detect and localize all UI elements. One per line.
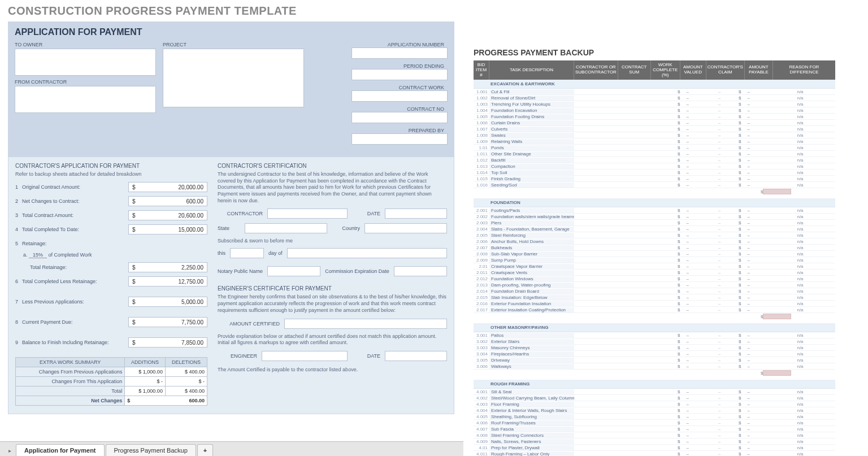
period-ending-label: PERIOD ENDING (374, 63, 448, 69)
table-row: 2.008Sub-Slab Vapor Barrier$ ––$ –n/a (474, 251, 835, 257)
from-contractor-label: FROM CONTRACTOR (15, 79, 156, 85)
to-owner-input[interactable] (15, 49, 156, 76)
table-row: 2.012Foundation Windows$ ––$ –n/a (474, 276, 835, 282)
to-owner-label: TO OWNER (15, 42, 156, 47)
retainage-pct-line: a. 15% of Completed Work (23, 252, 207, 258)
tab-application-for-payment[interactable]: Application for Payment (16, 444, 105, 456)
backup-table-header: BID ITEM # TASK DESCRIPTION CONTRACTOR O… (474, 60, 835, 80)
amount-line: 8Current Payment Due:$7,750.00 (15, 316, 207, 328)
table-row: 1.002Removal of Stone/Dirt$ ––$ –n/a (474, 95, 835, 101)
engineer-sig-input[interactable] (262, 351, 348, 361)
country-input[interactable] (364, 223, 447, 233)
amount-value-cell[interactable]: $600.00 (128, 196, 207, 206)
table-row: 4.001Sill & Seal$ ––$ –n/a (474, 389, 835, 395)
table-row: 4.005Sheathing, Subflooring$ ––$ –n/a (474, 414, 835, 420)
prepared-by-input[interactable] (351, 133, 448, 145)
amount-certified-input[interactable] (284, 319, 447, 329)
amount-line: 5Retainage: (15, 238, 207, 249)
amount-line: 7Less Previous Applications:$5,000.00 (15, 296, 207, 307)
group-subtotal: $ (474, 188, 835, 195)
dayof-input[interactable] (287, 248, 447, 258)
amount-certified-note: Provide explanation below or attached if… (218, 333, 447, 346)
dayof-label: day of (268, 250, 283, 256)
project-input[interactable] (163, 49, 304, 107)
eng-date-label: DATE (352, 353, 380, 359)
notary-label: Notary Public Name (218, 268, 263, 274)
amount-value-cell[interactable]: $15,000.00 (128, 224, 207, 234)
commission-input[interactable] (394, 266, 447, 276)
amount-line: 1Original Contract Amount:$20,000.00 (15, 181, 207, 193)
state-input[interactable] (245, 223, 327, 233)
contract-no-input[interactable] (351, 112, 448, 123)
table-row: 1.008Swales$ ––$ –n/a (474, 132, 835, 138)
amount-line: 4Total Completed To Date:$15,000.00 (15, 224, 207, 235)
table-row: 2.004Slabs - Foundation, Basement, Garag… (474, 226, 835, 232)
table-row: 4.01Prep for Plaster, Drywall$ ––$ –n/a (474, 445, 835, 451)
table-row: 3.006Walkways$ ––$ –n/a (474, 363, 835, 370)
tab-progress-payment-backup[interactable]: Progress Payment Backup (106, 444, 196, 456)
amount-value-cell[interactable]: $7,750.00 (128, 317, 207, 327)
table-row: 2.015Slab Insulation: Edge/Below$ ––$ –n… (474, 294, 835, 301)
table-row: 2.005Steel Reinforcing$ ––$ –n/a (474, 232, 835, 238)
table-row: 1.001Cut & Fill$ ––$ –n/a (474, 89, 835, 95)
table-row: 2.006Anchor Bolts, Hold Downs$ ––$ –n/a (474, 238, 835, 245)
amount-value-cell[interactable]: $2,250.00 (128, 262, 207, 272)
period-ending-input[interactable] (351, 69, 448, 80)
table-row: 1.011Other Site Drainage$ ––$ –n/a (474, 151, 835, 157)
table-row: 4.011Rough Framing – Labor Only$ ––$ –n/… (474, 451, 835, 456)
amount-value-cell[interactable]: $20,600.00 (128, 210, 207, 220)
commission-label: Commission Expiration Date (325, 268, 389, 274)
table-row: 4.008Steel Framing Connectors$ ––$ –n/a (474, 432, 835, 438)
tab-scroll-right-icon[interactable]: ▸ (3, 445, 16, 456)
eng-date-input[interactable] (385, 351, 447, 361)
group-header: FOUNDATION (474, 198, 835, 207)
group-header: ROUGH FRAMING (474, 380, 835, 389)
table-row: Changes From Previous Applications$ 1,00… (16, 367, 207, 377)
table-row: 2.011Crawlspace Vents$ ––$ –n/a (474, 270, 835, 276)
application-title: APPLICATION FOR PAYMENT (15, 27, 448, 37)
table-row: Total$ 1,000.00$ 400.00 (16, 386, 207, 396)
application-for-payment-panel: APPLICATION FOR PAYMENT TO OWNER FROM CO… (8, 21, 454, 414)
table-row: 1.012Backfill$ ––$ –n/a (474, 157, 835, 163)
amount-value-cell[interactable]: $5,000.00 (128, 297, 207, 307)
table-row: 2.003Piers$ ––$ –n/a (474, 220, 835, 226)
contract-work-input[interactable] (351, 90, 448, 102)
amount-value-cell[interactable]: $20,000.00 (128, 182, 207, 192)
table-row: 1.005Foundation Footing Drains$ ––$ –n/a (474, 114, 835, 120)
table-row: Changes From This Application$ -$ - (16, 377, 207, 386)
table-row: 1.007Culverts$ ––$ –n/a (474, 126, 835, 132)
tab-add[interactable]: + (197, 444, 213, 456)
country-label: Country (332, 225, 360, 231)
state-label: State (218, 225, 240, 231)
amount-value-cell[interactable]: $12,750.00 (128, 276, 207, 286)
amount-line: 3Total Contract Amount:$20,600.00 (15, 210, 207, 221)
cert-date-input[interactable] (385, 209, 447, 219)
app-number-label: APPLICATION NUMBER (374, 42, 448, 47)
table-row: 1.014Top Soil$ ––$ –n/a (474, 170, 835, 176)
app-number-input[interactable] (351, 47, 448, 59)
amount-line: 9Balance to Finish Including Retainage:$… (15, 337, 207, 348)
prepared-by-label: PREPARED BY (374, 128, 448, 133)
table-row: 3.005Driveway$ ––$ –n/a (474, 357, 835, 363)
this-input[interactable] (230, 248, 264, 258)
project-label: PROJECT (163, 42, 304, 47)
table-row: 4.006Roof Framing/Trusses$ ––$ –n/a (474, 420, 835, 426)
group-subtotal: $ (474, 370, 835, 376)
table-row: 4.004Exterior & Interior Walls, Rough St… (474, 407, 835, 414)
contractor-sig-input[interactable] (267, 209, 348, 219)
table-row: 3.002Exterior Stairs$ ––$ –n/a (474, 338, 835, 345)
table-row: 2.017Exterior Insulation Coating/Protect… (474, 307, 835, 313)
table-row: 2.002Foundation walls/stem walls/grade b… (474, 214, 835, 220)
backup-note: Refer to backup sheets attached for deta… (15, 171, 207, 177)
contract-no-label: CONTRACT NO (374, 106, 448, 112)
table-row: 2.001Footings/Pads$ ––$ –n/a (474, 207, 835, 214)
contractor-cert-text: The undersigned Contractor to the best o… (218, 171, 447, 204)
table-row: 1.015Finish Grading$ ––$ –n/a (474, 176, 835, 182)
group-header: OTHER MASONRY/PAVING (474, 323, 835, 332)
progress-payment-backup-panel: PROGRESS PAYMENT BACKUP BID ITEM # TASK … (468, 42, 841, 456)
from-contractor-input[interactable] (15, 86, 156, 113)
page-title: CONSTRUCTION PROGRESS PAYMENT TEMPLATE (0, 0, 868, 22)
amount-value-cell[interactable]: $7,850.00 (128, 337, 207, 348)
notary-input[interactable] (267, 266, 320, 276)
engineer-sig-label: ENGINEER (218, 353, 257, 359)
